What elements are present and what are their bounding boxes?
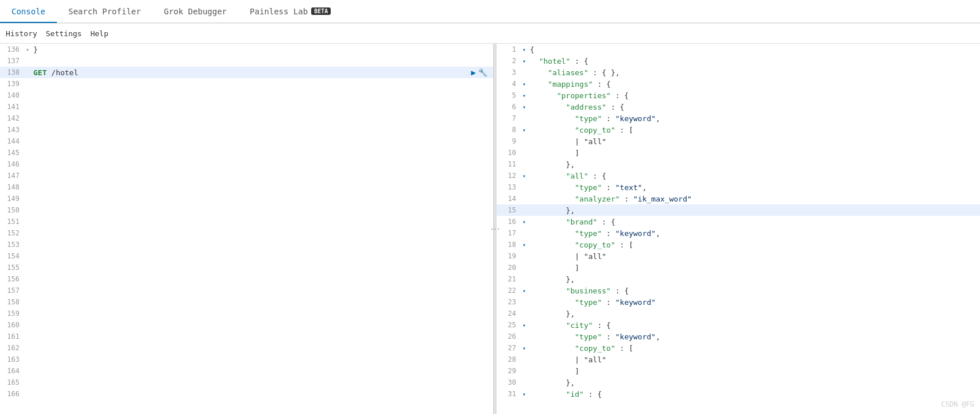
line-content: "copy_to" : [ (528, 344, 980, 353)
line-content: "city" : { (528, 321, 980, 330)
line-number: 30 (497, 378, 521, 386)
table-row: 11 }, (497, 158, 980, 170)
table-row: 17 "type" : "keyword", (497, 227, 980, 239)
line-content: | "all" (528, 252, 980, 261)
table-row: 162 (0, 342, 493, 354)
help-link[interactable]: Help (90, 29, 108, 38)
table-row: 28 | "all" (497, 354, 980, 365)
line-number: 14 (497, 195, 521, 203)
table-row: 19 | "all" (497, 250, 980, 262)
line-number: 154 (0, 252, 24, 260)
table-row: 143 (0, 124, 493, 136)
table-row: 23 "type" : "keyword" (497, 296, 980, 308)
line-number: 159 (0, 309, 24, 318)
line-gutter: ▾ (521, 58, 528, 64)
table-row: 136▾} (0, 44, 493, 55)
table-row: 164 (0, 365, 493, 377)
table-row: 139 (0, 78, 493, 90)
table-row: 20 ] (497, 262, 980, 273)
line-number: 152 (0, 229, 24, 237)
table-row: 8▾ "copy_to" : [ (497, 124, 980, 136)
tab-painless-lab[interactable]: Painless Lab BETA (238, 1, 342, 23)
line-number: 22 (497, 287, 521, 295)
table-row: 150 (0, 204, 493, 216)
line-number: 8 (497, 126, 521, 134)
line-content: "properties" : { (528, 91, 980, 100)
wrench-icon[interactable]: 🔧 (478, 68, 487, 77)
right-panel: 1▾{2▾ "hotel" : {3 "aliases" : { },4▾ "m… (497, 44, 980, 414)
line-content: "copy_to" : [ (528, 241, 980, 249)
line-number: 140 (0, 91, 24, 99)
line-number: 142 (0, 114, 24, 122)
line-gutter: ▾ (521, 173, 528, 179)
line-content: "hotel" : { (528, 57, 980, 65)
run-icon[interactable]: ▶ (471, 68, 476, 77)
table-row: 6▾ "address" : { (497, 101, 980, 113)
tab-grok-debugger[interactable]: Grok Debugger (152, 1, 238, 23)
line-number: 138 (0, 68, 24, 76)
line-number: 15 (497, 206, 521, 214)
table-row: 140 (0, 90, 493, 101)
left-panel: 136▾}137138GET /hotel▶🔧13914014114214314… (0, 44, 494, 414)
line-content: "analyzer" : "ik_max_word" (528, 195, 980, 203)
line-gutter: ▾ (521, 47, 528, 53)
line-number: 148 (0, 183, 24, 191)
line-content: ] (528, 149, 980, 157)
table-row: 30 }, (497, 377, 980, 388)
line-number: 24 (497, 309, 521, 318)
line-content: "copy_to" : [ (528, 126, 980, 134)
table-row: 142 (0, 113, 493, 124)
table-row: 156 (0, 273, 493, 285)
line-number: 27 (497, 344, 521, 352)
table-row: 4▾ "mappings" : { (497, 78, 980, 90)
table-row: 146 (0, 158, 493, 170)
table-row: 10 ] (497, 147, 980, 158)
line-number: 25 (497, 321, 521, 329)
table-row: 18▾ "copy_to" : [ (497, 239, 980, 250)
table-row: 1▾{ (497, 44, 980, 55)
table-row: 22▾ "business" : { (497, 285, 980, 296)
line-number: 12 (497, 172, 521, 180)
line-content: }, (528, 275, 980, 284)
history-link[interactable]: History (6, 29, 37, 38)
table-row: 7 "type" : "keyword", (497, 113, 980, 124)
line-content: "type" : "text", (528, 183, 980, 192)
line-number: 26 (497, 332, 521, 341)
line-number: 144 (0, 137, 24, 145)
table-row: 15 }, (497, 204, 980, 216)
line-number: 151 (0, 218, 24, 226)
table-row: 24 }, (497, 308, 980, 319)
line-number: 136 (0, 45, 24, 53)
line-content: "business" : { (528, 287, 980, 295)
line-number: 21 (497, 275, 521, 283)
line-gutter: ▾ (521, 288, 528, 294)
line-number: 28 (497, 355, 521, 363)
line-content: "brand" : { (528, 218, 980, 226)
line-number: 164 (0, 367, 24, 375)
settings-link[interactable]: Settings (46, 29, 82, 38)
response-editor[interactable]: 1▾{2▾ "hotel" : {3 "aliases" : { },4▾ "m… (497, 44, 980, 414)
table-row: 160 (0, 319, 493, 331)
code-editor[interactable]: 136▾}137138GET /hotel▶🔧13914014114214314… (0, 44, 493, 414)
line-content: ] (528, 367, 980, 376)
line-content: ] (528, 264, 980, 272)
table-row: 138GET /hotel▶🔧 (0, 67, 493, 78)
line-number: 145 (0, 149, 24, 157)
line-number: 160 (0, 321, 24, 329)
line-content: }, (528, 309, 980, 318)
line-number: 166 (0, 390, 24, 398)
line-content: { (528, 45, 980, 54)
table-row: 141 (0, 101, 493, 113)
table-row: 149 (0, 193, 493, 204)
beta-badge: BETA (311, 7, 331, 15)
line-content: "id" : { (528, 390, 980, 398)
table-row: 25▾ "city" : { (497, 319, 980, 331)
line-number: 155 (0, 264, 24, 272)
editor-area: 136▾}137138GET /hotel▶🔧13914014114214314… (0, 44, 493, 414)
line-number: 162 (0, 344, 24, 352)
line-number: 141 (0, 103, 24, 111)
tab-search-profiler[interactable]: Search Profiler (57, 1, 152, 23)
line-number: 9 (497, 137, 521, 145)
line-content: } (31, 45, 493, 54)
tab-console[interactable]: Console (0, 1, 57, 23)
